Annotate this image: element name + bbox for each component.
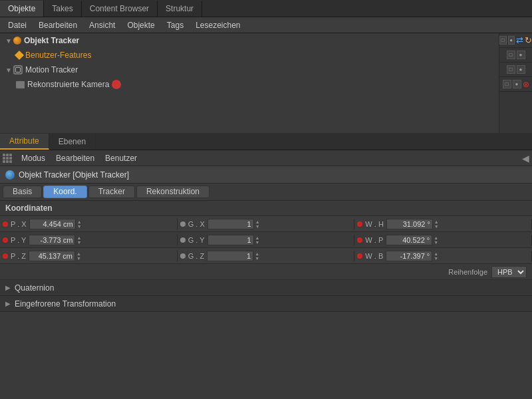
lock4-icon[interactable]: ●	[513, 80, 521, 88]
red-dot	[357, 221, 362, 227]
visibility-icon[interactable]: □	[499, 36, 507, 45]
reihenfolge-row: Reihenfolge HPB XYZ	[0, 264, 532, 280]
toolbar-bearbeiten[interactable]: Bearbeiten	[51, 152, 100, 164]
rekonstruierte-kamera-label: Rekonstruierte Kamera	[27, 80, 109, 89]
menu-tags[interactable]: Tags	[162, 19, 189, 31]
tree-item-objekt-tracker[interactable]: ▼ Objekt Tracker	[0, 33, 499, 48]
mid-2-input[interactable]	[207, 251, 253, 261]
collapse-sections: ▶Quaternion▶Eingefrorene Transformation	[0, 280, 532, 312]
collapse-section-1[interactable]: ▶Eingefrorene Transformation	[0, 296, 532, 312]
object-tree-area: ▼ Objekt Tracker Benutzer-Features ▼ Mot…	[0, 33, 532, 133]
mid-2-label: G . Z	[188, 252, 204, 260]
reihenfolge-select[interactable]: HPB XYZ	[491, 266, 527, 278]
object-tree-panel: ▼ Objekt Tracker Benutzer-Features ▼ Mot…	[0, 33, 499, 133]
tab-attribute[interactable]: Attribute	[0, 134, 49, 150]
right-2-label: W . B	[365, 252, 383, 260]
left-0-input[interactable]	[29, 219, 76, 229]
tab-struktur[interactable]: Struktur	[158, 1, 202, 17]
collapse-label-1: Eingefrorene Transformation	[15, 299, 116, 309]
left-0-cell: P . X▲▼	[0, 219, 178, 229]
objekt-tracker-icon	[13, 37, 21, 45]
motion-tracker-icon	[13, 65, 23, 74]
collapse-section-0[interactable]: ▶Quaternion	[0, 280, 532, 296]
right-1-label: W . P	[365, 236, 383, 244]
vis4-icon[interactable]: □	[503, 80, 511, 88]
mid-0-label: G . X	[188, 220, 205, 228]
collapse-label-0: Quaternion	[15, 283, 54, 293]
left-1-arrows[interactable]: ▲▼	[76, 235, 81, 245]
coord-row-1: P . Y▲▼G . Y▲▼W . P▲▼	[0, 232, 532, 248]
toolbar-arrow-icon[interactable]: ◀	[522, 153, 529, 164]
tab-objekte[interactable]: Objekte	[0, 1, 44, 17]
tree-item-rekonstruierte-kamera[interactable]: Rekonstruierte Kamera	[0, 77, 499, 92]
mid-1-arrows[interactable]: ▲▼	[255, 235, 260, 245]
lock-icon[interactable]: ●	[508, 36, 515, 45]
kamera-red-icon: ⊗	[523, 80, 529, 89]
vis2-icon[interactable]: □	[507, 51, 515, 59]
menu-ansicht[interactable]: Ansicht	[84, 19, 120, 31]
tab-ebenen[interactable]: Ebenen	[49, 134, 96, 150]
tab-takes[interactable]: Takes	[44, 1, 81, 17]
mid-0-input[interactable]	[207, 219, 254, 229]
right-0-label: W . H	[365, 220, 384, 228]
subtab-rekonstruktion[interactable]: Rekonstruktion	[136, 186, 209, 198]
tree-right-panel: □ ● ⇄ ↻ □ ● □ ● □ ● ⊗	[499, 33, 532, 133]
koordinaten-section-header: Koordinaten	[0, 201, 532, 216]
right-2-input[interactable]	[386, 251, 432, 261]
collapse-arrow-0: ▶	[5, 284, 11, 291]
left-0-arrows[interactable]: ▲▼	[77, 219, 82, 229]
subtab-tracker[interactable]: Tracker	[88, 186, 135, 198]
red-dot	[357, 253, 362, 259]
objekt-tracker-row-icons: □ ● ⇄ ↻	[499, 33, 532, 48]
motion-tracker-label: Motion Tracker	[25, 65, 78, 74]
object-info-row: Objekt Tracker [Objekt Tracker]	[0, 166, 532, 184]
toolbar-benutzer[interactable]: Benutzer	[100, 152, 142, 164]
attribute-toolbar: Modus Bearbeiten Benutzer ◀	[0, 150, 532, 166]
object-info-icon	[5, 170, 15, 180]
mid-0-cell: G . X▲▼	[178, 219, 355, 229]
right-2-arrows[interactable]: ▲▼	[434, 251, 438, 261]
lock3-icon[interactable]: ●	[517, 65, 525, 74]
expand-icon: ▼	[5, 37, 12, 45]
menu-lesezeichen[interactable]: Lesezeichen	[190, 19, 245, 31]
mid-0-arrows[interactable]: ▲▼	[255, 219, 260, 229]
left-2-cell: P . Z▲▼	[0, 251, 178, 261]
mid-1-input[interactable]	[207, 235, 254, 245]
left-2-input[interactable]	[29, 251, 75, 261]
objekt-tracker-label: Objekt Tracker	[24, 36, 79, 45]
tab-content-browser[interactable]: Content Browser	[82, 1, 158, 17]
menu-objekte[interactable]: Objekte	[122, 19, 160, 31]
left-2-arrows[interactable]: ▲▼	[76, 251, 81, 261]
benutzer-features-icon	[15, 51, 24, 60]
left-2-label: P . Z	[11, 252, 26, 260]
red-dot	[3, 237, 8, 243]
menu-bearbeiten[interactable]: Bearbeiten	[33, 19, 82, 31]
subtab-koord[interactable]: Koord.	[43, 186, 86, 198]
right-0-arrows[interactable]: ▲▼	[434, 219, 439, 229]
left-1-cell: P . Y▲▼	[0, 235, 178, 245]
right-0-input[interactable]	[386, 219, 433, 229]
red-dot	[3, 253, 8, 259]
tree-item-benutzer-features[interactable]: Benutzer-Features	[0, 48, 499, 63]
left-1-input[interactable]	[29, 235, 75, 245]
gray-dot	[180, 237, 186, 243]
mid-1-cell: G . Y▲▼	[178, 235, 355, 245]
vis3-icon[interactable]: □	[507, 65, 515, 74]
lock2-icon[interactable]: ●	[517, 51, 525, 59]
toolbar-modus[interactable]: Modus	[16, 152, 51, 164]
collapse-arrow-1: ▶	[5, 300, 11, 307]
red-dot	[3, 221, 8, 227]
right-1-arrows[interactable]: ▲▼	[434, 235, 438, 245]
menu-datei[interactable]: Datei	[3, 19, 32, 31]
kamera-row-icons: □ ● ⊗	[499, 77, 532, 92]
mid-2-arrows[interactable]: ▲▼	[255, 251, 259, 261]
tree-item-motion-tracker[interactable]: ▼ Motion Tracker	[0, 63, 499, 77]
right-1-input[interactable]	[386, 235, 432, 245]
motion-tracker-row-icons: □ ●	[499, 63, 532, 77]
mid-2-cell: G . Z▲▼	[178, 251, 355, 261]
camera-icon	[16, 81, 25, 88]
right-2-cell: W . B▲▼	[354, 251, 532, 261]
subtab-basis[interactable]: Basis	[3, 186, 42, 198]
object-info-label: Objekt Tracker [Objekt Tracker]	[19, 170, 129, 180]
gray-dot	[180, 253, 186, 259]
